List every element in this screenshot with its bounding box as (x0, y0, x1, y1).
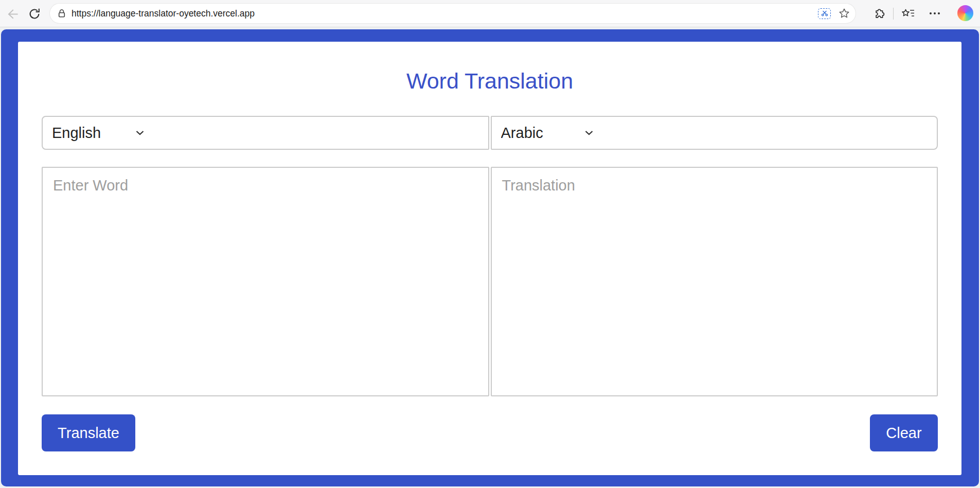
translation-output[interactable] (491, 167, 938, 396)
address-bar-actions (818, 4, 850, 23)
web-capture-button[interactable] (818, 8, 831, 19)
action-button-row: Translate Clear (42, 414, 938, 451)
source-language-select[interactable]: English (43, 117, 164, 149)
target-language-select[interactable]: Arabic (492, 117, 613, 149)
favorites-button[interactable] (900, 6, 916, 21)
back-button[interactable] (3, 5, 22, 23)
puzzle-icon (871, 6, 886, 21)
settings-more-button[interactable] (926, 6, 943, 21)
source-language-box: English (42, 116, 489, 150)
favorites-star-list-icon (900, 7, 916, 20)
web-capture-icon (818, 8, 831, 19)
translation-text-row (42, 167, 938, 396)
browser-toolbar: https://language-translator-oyetech.verc… (0, 0, 980, 27)
target-language-box: Arabic (491, 116, 938, 150)
url-text[interactable]: https://language-translator-oyetech.verc… (72, 8, 255, 19)
add-favorite-button[interactable] (838, 7, 850, 20)
translate-button[interactable]: Translate (42, 414, 135, 451)
ellipsis-icon (928, 7, 942, 20)
translator-card: Word Translation English Arabic (18, 42, 961, 475)
word-input[interactable] (42, 167, 489, 396)
extensions-button[interactable] (871, 6, 886, 21)
page-title: Word Translation (18, 68, 961, 94)
browser-window: https://language-translator-oyetech.verc… (0, 0, 980, 488)
web-page: Word Translation English Arabic (0, 28, 980, 488)
page-blue-background: Word Translation English Arabic (1, 29, 979, 486)
star-icon (838, 7, 850, 20)
copilot-icon[interactable] (957, 5, 973, 21)
refresh-icon (27, 6, 42, 22)
lock-icon[interactable] (57, 8, 67, 19)
language-selector-row: English Arabic (42, 116, 938, 150)
toolbar-divider (893, 8, 894, 20)
address-bar[interactable]: https://language-translator-oyetech.verc… (50, 4, 856, 23)
refresh-button[interactable] (25, 5, 44, 23)
clear-button[interactable]: Clear (870, 414, 938, 451)
back-arrow-icon (5, 6, 20, 22)
